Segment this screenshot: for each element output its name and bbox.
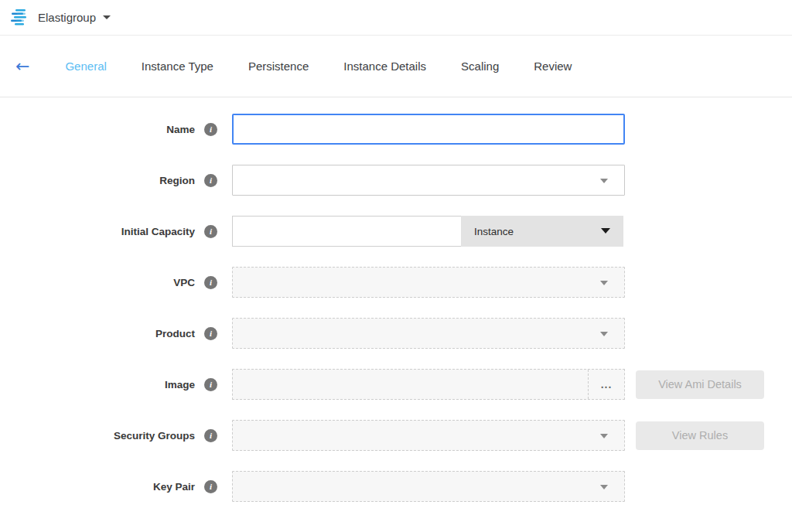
initial-capacity-row: Initial Capacity i Instance bbox=[0, 216, 792, 247]
tab-instance-details[interactable]: Instance Details bbox=[343, 60, 426, 73]
key-pair-row: Key Pair i bbox=[0, 471, 792, 502]
vpc-select[interactable] bbox=[232, 267, 625, 298]
chevron-down-icon bbox=[600, 434, 608, 438]
region-row: Region i bbox=[0, 165, 792, 196]
chevron-down-icon bbox=[600, 332, 608, 336]
tab-general[interactable]: General bbox=[65, 60, 106, 73]
name-row: Name i bbox=[0, 114, 792, 145]
initial-capacity-input[interactable] bbox=[232, 216, 461, 247]
chevron-down-icon bbox=[600, 281, 608, 285]
initial-capacity-info-icon[interactable]: i bbox=[204, 225, 217, 238]
image-input[interactable]: ... bbox=[232, 369, 625, 400]
app-title: Elastigroup bbox=[38, 11, 96, 24]
tab-scaling[interactable]: Scaling bbox=[461, 60, 499, 73]
region-label: Region bbox=[159, 175, 195, 186]
security-groups-select[interactable] bbox=[232, 420, 625, 451]
vpc-info-icon[interactable]: i bbox=[204, 276, 217, 289]
capacity-unit-select[interactable]: Instance bbox=[461, 216, 623, 247]
key-pair-label: Key Pair bbox=[153, 481, 195, 493]
product-row: Product i bbox=[0, 318, 792, 349]
chevron-down-icon bbox=[601, 228, 610, 234]
tab-instance-type[interactable]: Instance Type bbox=[142, 60, 213, 73]
back-arrow-icon[interactable]: ← bbox=[15, 58, 29, 75]
security-groups-row: Security Groups i View Rules bbox=[0, 420, 792, 451]
general-form: Name i Region i Initial Capacity i Inst bbox=[0, 97, 792, 502]
vpc-row: VPC i bbox=[0, 267, 792, 298]
chevron-down-icon bbox=[600, 179, 608, 183]
image-row: Image i ... View Ami Details bbox=[0, 369, 792, 400]
name-input[interactable] bbox=[232, 114, 625, 145]
key-pair-select[interactable] bbox=[232, 471, 625, 502]
security-groups-label: Security Groups bbox=[114, 430, 195, 442]
tab-persistence[interactable]: Persistence bbox=[248, 60, 309, 73]
image-browse-button[interactable]: ... bbox=[588, 370, 624, 399]
product-label: Product bbox=[155, 328, 195, 339]
elastigroup-logo-icon bbox=[10, 9, 30, 26]
image-label: Image bbox=[165, 379, 195, 390]
elastigroup-menu-trigger[interactable]: Elastigroup bbox=[10, 9, 111, 26]
chevron-down-icon bbox=[103, 15, 111, 19]
tab-review[interactable]: Review bbox=[534, 60, 572, 73]
initial-capacity-label: Initial Capacity bbox=[121, 226, 195, 237]
wizard-nav: ← General Instance Type Persistence Inst… bbox=[0, 36, 792, 97]
vpc-label: VPC bbox=[173, 277, 195, 288]
image-info-icon[interactable]: i bbox=[204, 378, 217, 391]
capacity-unit-value: Instance bbox=[474, 226, 514, 237]
product-info-icon[interactable]: i bbox=[204, 327, 217, 340]
view-rules-button[interactable]: View Rules bbox=[636, 421, 764, 450]
name-info-icon[interactable]: i bbox=[204, 123, 217, 136]
name-label: Name bbox=[166, 124, 195, 135]
region-select[interactable] bbox=[232, 165, 625, 196]
view-ami-details-button[interactable]: View Ami Details bbox=[636, 370, 764, 399]
region-info-icon[interactable]: i bbox=[204, 174, 217, 187]
chevron-down-icon bbox=[600, 485, 608, 489]
top-header: Elastigroup bbox=[0, 0, 792, 36]
security-groups-info-icon[interactable]: i bbox=[204, 429, 217, 442]
product-select[interactable] bbox=[232, 318, 625, 349]
key-pair-info-icon[interactable]: i bbox=[204, 480, 217, 493]
